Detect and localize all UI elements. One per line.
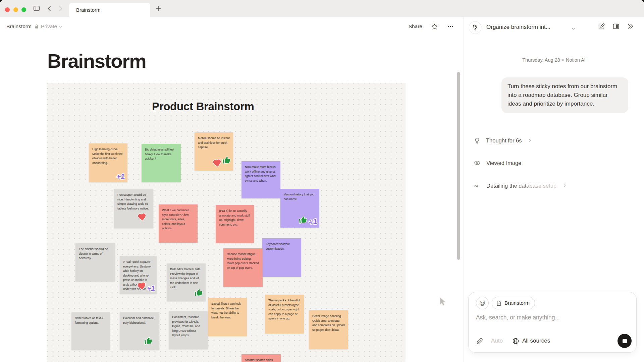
sticky-note: Theme packs. A handful of tasteful prese…: [265, 295, 304, 334]
breadcrumb[interactable]: Brainstorm Private: [6, 23, 62, 29]
vertical-scrollbar[interactable]: [457, 72, 460, 260]
stop-icon: [623, 339, 627, 343]
stop-generating-button[interactable]: [618, 334, 632, 348]
chevron-right-icon: [527, 138, 532, 143]
tab-brainstorm[interactable]: Brainstorm: [69, 3, 150, 17]
sticky-note: High learning curve. Make the first week…: [89, 143, 127, 182]
sticky-note: Reduce modal fatigue. More inline editin…: [223, 248, 263, 287]
ai-input[interactable]: Ask, search, or make anything...: [476, 314, 560, 321]
thumb-sticker-icon: [222, 156, 231, 165]
share-button[interactable]: Share: [409, 23, 422, 29]
notion-ai-panel: Organize brainstorm int... Thursday, Aug…: [464, 17, 644, 362]
sticky-note: A real "quick capture" everywhere. Syste…: [120, 256, 157, 294]
new-chat-icon[interactable]: [598, 23, 605, 30]
sticky-note: Consistent, readable previews for GitHub…: [169, 311, 208, 349]
heart-sticker-icon: [213, 159, 222, 168]
notion-window: Brainstorm Brainstorm Private Share Brai…: [0, 0, 644, 362]
lock-icon: [34, 24, 39, 29]
whiteboard-title: Product Brainstorm: [152, 100, 254, 113]
notion-ai-face-icon: [469, 21, 482, 34]
tab-title: Brainstorm: [76, 7, 101, 13]
mention-button[interactable]: @: [476, 297, 489, 309]
page-toolbar: Brainstorm Private Share: [0, 17, 464, 36]
forward-icon[interactable]: [57, 5, 64, 12]
sticky-note: What if we had more style controls? A fe…: [159, 204, 198, 243]
ai-composer[interactable]: @ Brainstorm Ask, search, or make anythi…: [468, 292, 637, 353]
heart-sticker-icon: [138, 213, 147, 222]
minimize-window-button[interactable]: [13, 7, 18, 12]
sources-label: All sources: [522, 338, 550, 344]
back-icon[interactable]: [46, 5, 53, 12]
at-icon: @: [479, 300, 485, 307]
new-tab-icon[interactable]: [155, 5, 162, 12]
zoom-window-button[interactable]: [21, 7, 26, 12]
sources-button[interactable]: All sources: [512, 338, 550, 345]
step-thought[interactable]: Thought for 6s: [474, 136, 532, 145]
tab-bar: Brainstorm: [0, 0, 644, 17]
eye-icon: [474, 160, 481, 166]
collapse-panel-icon[interactable]: [627, 23, 634, 30]
step-label: Thought for 6s: [486, 137, 522, 144]
step-label: Detailing the database setup: [486, 183, 556, 189]
ai-panel-header: Organize brainstorm int...: [464, 17, 644, 38]
sticky-note: Better image handling. Quick crop, annot…: [309, 310, 348, 349]
privacy-control[interactable]: Private: [34, 23, 62, 29]
sticky-note: Mobile should be instant and brainless f…: [195, 132, 233, 171]
globe-icon: [512, 338, 519, 345]
breadcrumb-title[interactable]: Brainstorm: [6, 23, 32, 29]
chevron-down-icon: [59, 25, 62, 28]
sticky-note: Better tables as text & formatting optio…: [71, 312, 110, 350]
step-label: Viewed Image: [486, 160, 521, 166]
user-message-bubble: Turn these sticky notes from our brainst…: [501, 77, 628, 113]
whiteboard-embed[interactable]: Product Brainstorm High learning curve. …: [47, 83, 406, 362]
sticky-note: Calendar and database, truly bidirection…: [120, 312, 159, 350]
svg-text:+1: +1: [308, 217, 317, 226]
sticky-note: (PDFs) let us actually annotate and mark…: [216, 205, 254, 243]
sticky-note: Keyboard shortcut customization.: [262, 238, 301, 277]
loop-icon: [474, 182, 481, 189]
sticky-note: The sidebar should be clearer in terms o…: [75, 243, 115, 282]
context-chip-brainstorm[interactable]: Brainstorm: [492, 297, 535, 309]
context-chip-label: Brainstorm: [504, 300, 530, 306]
sticky-note: Bulk edits that feel safe. Preview the i…: [167, 263, 206, 301]
thumb-sticker-icon: [299, 216, 307, 224]
step-detailing[interactable]: Detailing the database setup: [474, 181, 567, 190]
panel-layout-icon[interactable]: [612, 23, 620, 30]
sticky-note: Saved filters I can lock for guests. Sha…: [208, 298, 247, 336]
plus-one-sticker-icon: +1: [307, 217, 320, 226]
auto-mode-button[interactable]: Auto: [491, 338, 503, 344]
privacy-label: Private: [41, 23, 57, 29]
thumb-sticker-icon: [144, 337, 153, 345]
plus-one-sticker-icon: +1: [115, 172, 128, 181]
attach-icon[interactable]: [476, 338, 483, 345]
sticky-note: Smarter search chips.: [241, 354, 281, 362]
conversation-date: Thursday, Aug 28•Notion AI: [464, 57, 644, 63]
more-options-icon[interactable]: [447, 23, 454, 30]
chevron-right-icon: [562, 183, 567, 188]
svg-text:+1: +1: [116, 172, 125, 181]
sidebar-toggle-icon[interactable]: [33, 5, 40, 12]
sticky-note: Now make more blocks work offline and gi…: [241, 161, 280, 198]
document-icon: [496, 300, 502, 306]
sticky-note: Version history that you can name.+1: [280, 189, 319, 228]
sticky-note: Pen support would be nice. Handwriting a…: [114, 189, 153, 228]
ai-thread-title[interactable]: Organize brainstorm int...: [486, 24, 550, 31]
favorite-star-icon[interactable]: [431, 23, 438, 30]
page-title: Brainstorm: [47, 50, 146, 72]
close-window-button[interactable]: [5, 7, 10, 12]
sticky-note: Big databases still feel heavy. How to m…: [142, 144, 181, 182]
mouse-cursor: [439, 297, 448, 307]
lightbulb-icon: [474, 137, 480, 144]
step-viewed-image[interactable]: Viewed Image: [474, 158, 521, 168]
chevron-down-icon[interactable]: [571, 26, 576, 31]
